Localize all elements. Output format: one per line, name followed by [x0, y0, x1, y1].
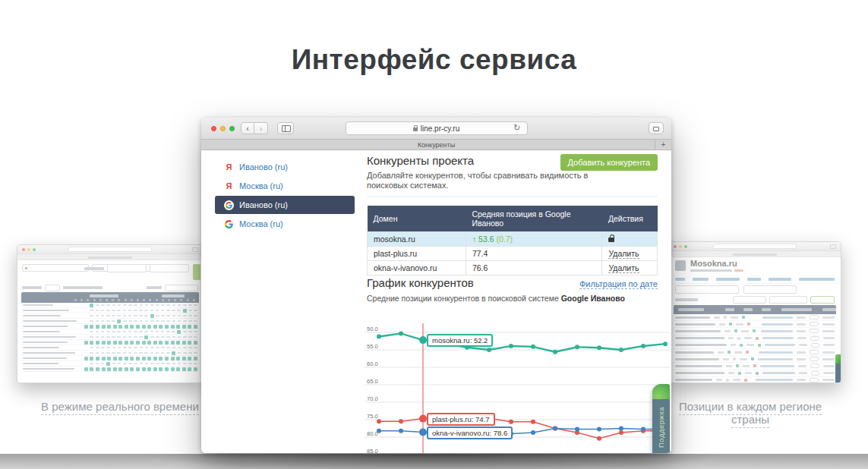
- cell-placeholder: [142, 341, 146, 345]
- cell-placeholder: [176, 357, 180, 360]
- cell-placeholder: [130, 357, 134, 360]
- cell-placeholder: [177, 330, 181, 334]
- cell-placeholder: [90, 347, 94, 349]
- cell-placeholder: [733, 357, 736, 360]
- lock-icon: [608, 238, 614, 242]
- delete-link[interactable]: Удалить: [608, 249, 639, 259]
- cell-placeholder: [188, 352, 192, 354]
- keyword-placeholder: [23, 331, 60, 333]
- cell-placeholder: [150, 352, 154, 354]
- domain-cell: okna-v-ivanovo.ru: [368, 261, 466, 275]
- project-header: Mosokna.ru: [669, 257, 841, 275]
- keyword-placeholder: [23, 315, 61, 317]
- cell-placeholder: [145, 363, 149, 365]
- cell-placeholder: [147, 367, 151, 371]
- support-tab[interactable]: Поддержка: [652, 384, 670, 453]
- tab-title-placeholder: [88, 257, 132, 259]
- cell-placeholder: [156, 347, 159, 349]
- cell-placeholder: [194, 357, 197, 360]
- cell-placeholder: [150, 314, 154, 318]
- cell-placeholder: [731, 316, 738, 319]
- cell-placeholder: [139, 352, 143, 354]
- address-bar[interactable]: line.pr-cy.ru ↻: [346, 121, 528, 135]
- cell-placeholder: [823, 337, 835, 339]
- cell-placeholder: [166, 310, 170, 312]
- table-row: okna-v-ivanovo.ru 76.6 Удалить: [368, 261, 658, 275]
- cell-placeholder: [751, 357, 754, 360]
- cell-placeholder: [134, 336, 137, 338]
- ghost-table-row: [21, 356, 199, 361]
- position-cell: ↑ 53.6 (0.7): [466, 232, 602, 247]
- ghost-table-row: [674, 342, 836, 349]
- sidebar-item-google-moscow[interactable]: Москва (ru): [215, 215, 355, 233]
- filter-by-date-link[interactable]: Фильтрация по дате: [579, 279, 658, 289]
- cell-placeholder: [194, 304, 197, 307]
- competitors-chart: 50.055.060.065.070.075.080.085.0 mosokna…: [363, 323, 671, 453]
- cell-placeholder: [161, 310, 165, 312]
- mini-browser-chrome: [669, 242, 841, 251]
- cell-placeholder: [675, 351, 714, 354]
- cell-placeholder: [145, 320, 149, 323]
- keyword-placeholder: [23, 363, 58, 365]
- cell-placeholder: [753, 329, 756, 332]
- main-browser-window: ‹ › line.pr-cy.ru ↻ Конкуренты + Я Ивано…: [201, 118, 671, 453]
- cell-placeholder: [159, 357, 163, 360]
- filter-row: [669, 284, 841, 294]
- cell-placeholder: [113, 367, 117, 371]
- cell-placeholder: [118, 363, 122, 365]
- cell-placeholder: [194, 352, 197, 354]
- ghost-table-row: [674, 356, 836, 363]
- cell-placeholder: [113, 357, 117, 360]
- sidebar-item-google-ivanovo[interactable]: Иваново (ru): [215, 196, 355, 214]
- caption-regions-link[interactable]: Позиции в каждом регионе страны: [679, 400, 822, 428]
- sidebar-item-yandex-moscow[interactable]: Я Москва (ru): [215, 177, 355, 195]
- date-from-field: [107, 264, 147, 272]
- sidebar-item-yandex-ivanovo[interactable]: Я Иваново (ru): [215, 158, 355, 176]
- tabs-overview-button[interactable]: [649, 122, 664, 134]
- cell-placeholder: [150, 310, 154, 312]
- chart-tooltip-mosokna: mosokna.ru: 52.2: [427, 334, 493, 347]
- cell-placeholder: [723, 358, 729, 360]
- back-button[interactable]: ‹: [241, 122, 254, 134]
- cell-placeholder: [745, 372, 752, 374]
- keyword-placeholder: [23, 347, 59, 349]
- cell-placeholder: [90, 320, 93, 323]
- cell-placeholder: [194, 331, 197, 333]
- new-tab-button[interactable]: +: [655, 140, 671, 150]
- sidebar-toggle-button[interactable]: [277, 122, 294, 134]
- cell-placeholder: [125, 367, 128, 371]
- url-bar: [713, 244, 797, 249]
- forward-button[interactable]: ›: [254, 122, 268, 134]
- add-competitor-button[interactable]: Добавить конкурента: [560, 154, 658, 171]
- cell-placeholder: [90, 357, 93, 360]
- delete-link[interactable]: Удалить: [608, 263, 639, 273]
- cell-placeholder: [118, 357, 122, 360]
- cell-placeholder: [117, 315, 121, 317]
- position-cell: 77.4: [466, 247, 602, 261]
- close-button[interactable]: [211, 126, 216, 131]
- cell-placeholder: [797, 358, 806, 360]
- cell-placeholder: [675, 379, 712, 381]
- cell-placeholder: [142, 325, 146, 329]
- cell-placeholder: [106, 315, 110, 317]
- ghost-table-row: [674, 377, 836, 383]
- competitors-table: Домен Средняя позиция в Google Иваново Д…: [367, 206, 658, 275]
- cell-placeholder: [822, 379, 835, 381]
- keyword-placeholder: [23, 342, 68, 344]
- cell-placeholder: [125, 341, 128, 345]
- cell-placeholder: [112, 315, 115, 317]
- leaf-icon: [652, 384, 670, 399]
- cell-placeholder: [102, 341, 106, 345]
- cell-placeholder: [166, 304, 170, 307]
- zoom-button[interactable]: [229, 126, 235, 131]
- leaf-icon: [835, 354, 841, 364]
- cell-placeholder: [161, 331, 165, 333]
- cell-placeholder: [118, 325, 122, 329]
- cell-placeholder: [117, 336, 121, 338]
- cell-placeholder: [118, 341, 122, 345]
- refresh-icon[interactable]: ↻: [513, 123, 520, 133]
- caption-realtime-link[interactable]: В режиме реального времени: [41, 400, 199, 415]
- cell-placeholder: [134, 310, 137, 312]
- minimize-button[interactable]: [220, 126, 226, 131]
- active-tab[interactable]: Конкуренты: [418, 141, 455, 149]
